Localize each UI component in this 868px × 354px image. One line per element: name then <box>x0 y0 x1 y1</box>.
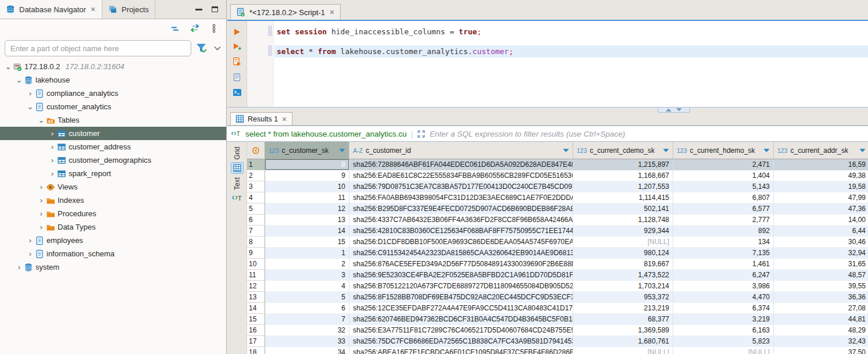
cell-c_current_hdemo_sk[interactable]: 3,986 <box>673 281 774 292</box>
cell-c_customer_sk[interactable]: 12 <box>265 203 349 214</box>
cell-c_customer_id[interactable]: sha256:620746BED947362BCD6CF31B0A4C547DD… <box>349 314 573 325</box>
cell-c_current_addr_sk[interactable]: 36,36 <box>774 292 868 303</box>
row-number[interactable]: 12 <box>247 281 265 292</box>
cell-c_current_addr_sk[interactable]: 44,81 <box>774 314 868 325</box>
sql-code-area[interactable]: set session hide_inaccessible_columns = … <box>247 21 868 107</box>
cell-c_current_addr_sk[interactable]: 39,55 <box>774 281 868 292</box>
row-number[interactable]: 11 <box>247 270 265 281</box>
cell-c_current_cdemo_sk[interactable]: 1,215,897 <box>573 159 673 170</box>
collapse-down-icon[interactable] <box>676 108 682 112</box>
cell-c_current_addr_sk[interactable]: 32,94 <box>774 248 868 259</box>
cell-c_current_hdemo_sk[interactable]: 6,577 <box>673 203 774 214</box>
cell-c_current_addr_sk[interactable]: 49,38 <box>774 170 868 181</box>
row-number[interactable]: 3 <box>247 181 265 192</box>
expander-collapsed-icon[interactable]: › <box>37 223 46 231</box>
cell-c_customer_id[interactable]: sha256:B705122120A673FC7DE6889727DB11809… <box>349 281 573 292</box>
cell-c_customer_id[interactable]: sha256:FA0ABB6943B98054FC31D12D3E3AEC689… <box>349 192 573 203</box>
row-number[interactable]: 16 <box>247 325 265 336</box>
tree-item-employees[interactable]: ›employees <box>0 234 226 247</box>
cell-c_current_cdemo_sk[interactable]: 953,372 <box>573 292 673 303</box>
cell-c_customer_sk[interactable]: 4 <box>265 281 349 292</box>
cell-c_customer_sk[interactable]: 1 <box>265 248 349 259</box>
tree-item-customer-analytics[interactable]: ⌄customer_analytics <box>0 100 226 113</box>
expander-collapsed-icon[interactable]: › <box>48 129 57 138</box>
cell-c_customer_sk[interactable]: 7 <box>265 314 349 325</box>
cell-c_customer_sk[interactable]: 10 <box>265 181 349 192</box>
presentation-tab-text[interactable]: TextT <box>231 177 244 204</box>
cell-c_customer_sk[interactable]: 13 <box>265 214 349 226</box>
cell-c_customer_sk[interactable]: 3 <box>265 270 349 281</box>
tree-item-information-schema[interactable]: ›information_schema <box>0 247 226 260</box>
editor-tab-script-1[interactable]: *<172.18.0.2> Script-1 × <box>230 4 341 20</box>
row-number[interactable]: 14 <box>247 303 265 314</box>
tree-item-compliance-analytics[interactable]: ›compliance_analytics <box>0 87 226 100</box>
tree-item-lakehouse[interactable]: ⌄lakehouse <box>0 73 226 87</box>
cell-c_current_cdemo_sk[interactable]: 1,473,522 <box>573 270 673 281</box>
expander-expanded-icon[interactable]: ⌄ <box>15 76 24 84</box>
sql-statement-line[interactable]: select * from lakehouse.customer_analyti… <box>274 45 868 58</box>
row-number[interactable]: 9 <box>247 248 265 259</box>
cell-c_current_hdemo_sk[interactable]: [NULL] <box>673 347 774 354</box>
cell-c_customer_id[interactable]: sha256:E3A77511F81C7289C76C4065217D5D406… <box>349 325 573 336</box>
presentation-tab-grid[interactable]: Grid <box>231 146 244 174</box>
cell-c_current_addr_sk[interactable]: 31,65 <box>774 259 868 270</box>
cell-c_customer_sk[interactable]: 8 <box>265 159 349 170</box>
cell-c_current_cdemo_sk[interactable]: 980,124 <box>573 248 673 259</box>
cell-c_customer_id[interactable]: sha256:72888646ABF61FA044EDEC061D6DA5A09… <box>349 159 573 170</box>
cell-c_customer_id[interactable]: sha256:EAD8E61C8C22E555834FBBA9B60556CB2… <box>349 170 573 181</box>
cell-c_current_addr_sk[interactable]: 14,00 <box>774 214 868 226</box>
row-number[interactable]: 10 <box>247 259 265 270</box>
tree-item-indexes[interactable]: ›Indexes <box>0 194 226 207</box>
cell-c_current_hdemo_sk[interactable]: 6,807 <box>673 192 774 203</box>
cell-c_customer_id[interactable]: sha256:79D08751C3EA7C83BA57D177E00413D0C… <box>349 181 573 192</box>
execute-statement-icon[interactable] <box>233 28 241 36</box>
expander-collapsed-icon[interactable]: › <box>37 209 46 218</box>
cell-c_customer_id[interactable]: sha256:12CE35EFDABF272A4A47E9FA9CC5D4113… <box>349 303 573 314</box>
cell-c_customer_sk[interactable]: 34 <box>265 347 349 354</box>
cell-c_customer_sk[interactable]: 5 <box>265 292 349 303</box>
expander-collapsed-icon[interactable]: › <box>48 142 57 151</box>
cell-c_current_cdemo_sk[interactable]: 1,128,748 <box>573 214 673 226</box>
cell-c_customer_id[interactable]: sha256:C9115342454A2323DA815865CAA326064… <box>349 248 573 259</box>
row-number[interactable]: 8 <box>247 237 265 248</box>
sql-console-icon[interactable] <box>233 88 242 96</box>
cell-c_current_hdemo_sk[interactable]: 6,163 <box>673 325 774 336</box>
cell-c_current_addr_sk[interactable]: 47,99 <box>774 192 868 203</box>
row-number[interactable]: 1 <box>247 159 265 170</box>
row-number[interactable]: 6 <box>247 214 265 226</box>
sort-dropdown-icon[interactable] <box>563 148 569 153</box>
cell-c_customer_sk[interactable]: 2 <box>265 259 349 270</box>
cell-c_customer_sk[interactable]: 6 <box>265 303 349 314</box>
row-number[interactable]: 7 <box>247 226 265 237</box>
cell-c_current_addr_sk[interactable]: 37,50 <box>774 347 868 354</box>
view-menu-icon[interactable] <box>211 24 217 33</box>
tree-item-customer[interactable]: ›customer <box>0 127 226 140</box>
cell-c_current_addr_sk[interactable]: 19,58 <box>774 181 868 192</box>
execute-script-icon[interactable] <box>233 57 242 66</box>
cell-c_current_cdemo_sk[interactable]: 68,377 <box>573 314 673 325</box>
tree-item-procedures[interactable]: ›Procedures <box>0 207 226 220</box>
cell-c_customer_sk[interactable]: 11 <box>265 192 349 203</box>
column-header-c_customer_sk[interactable]: 123c_customer_sk <box>265 142 349 159</box>
sort-dropdown-icon[interactable] <box>763 148 770 153</box>
tree-item-172-18-0-2[interactable]: ⌄172.18.0.2172.18.0.2:31604 <box>0 60 226 73</box>
column-header-c_current_addr_sk[interactable]: 123c_current_addr_sk <box>774 142 868 159</box>
expander-collapsed-icon[interactable]: › <box>48 169 57 178</box>
object-filter-input[interactable] <box>5 40 191 56</box>
chevron-down-icon[interactable] <box>213 46 222 51</box>
cell-c_current_addr_sk[interactable]: 32,43 <box>774 336 868 347</box>
cell-c_current_hdemo_sk[interactable]: 6,247 <box>673 270 774 281</box>
cell-c_current_addr_sk[interactable]: 16,59 <box>774 159 868 170</box>
cell-c_current_addr_sk[interactable]: 6,44 <box>774 226 868 237</box>
cell-c_customer_sk[interactable]: 9 <box>265 170 349 181</box>
editor-results-sash[interactable] <box>227 107 868 112</box>
cell-c_current_cdemo_sk[interactable]: 1,114,415 <box>573 192 673 203</box>
grid-presentation-icon[interactable] <box>231 162 244 174</box>
cell-c_current_addr_sk[interactable]: 48,57 <box>774 270 868 281</box>
cell-c_current_hdemo_sk[interactable]: 4,470 <box>673 292 774 303</box>
results-filter-bar[interactable]: T select * from lakehouse.customer_analy… <box>227 126 868 142</box>
tab-projects[interactable]: Projects <box>102 0 155 19</box>
cell-c_current_hdemo_sk[interactable]: 2,471 <box>673 159 774 170</box>
expander-collapsed-icon[interactable]: › <box>37 196 46 205</box>
tab-database-navigator[interactable]: Database Navigator× <box>0 0 102 19</box>
